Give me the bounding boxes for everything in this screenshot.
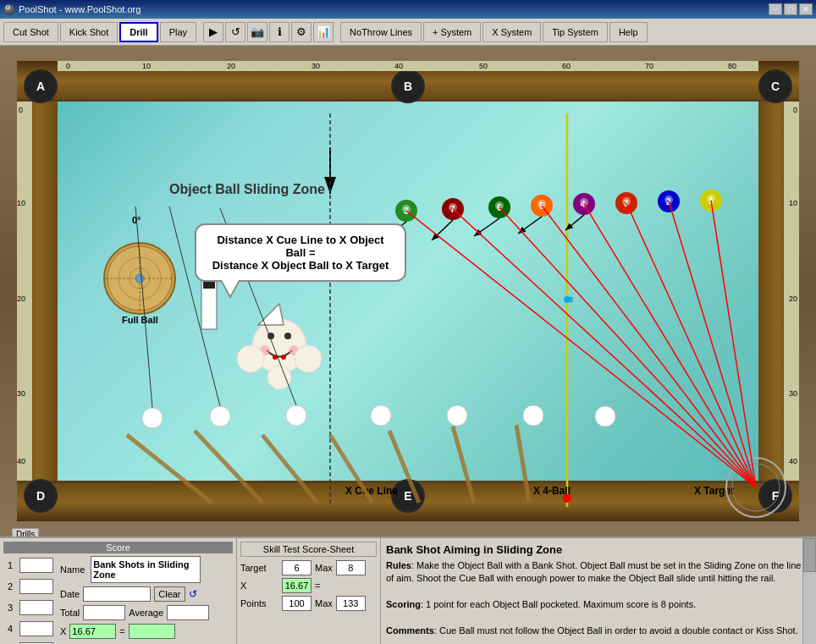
svg-line-55 xyxy=(516,425,529,501)
svg-marker-84 xyxy=(258,304,284,325)
skill-target-row: Target 6 Max 8 xyxy=(240,560,377,575)
plus-system-button[interactable]: + System xyxy=(423,22,481,42)
skill-test-label: Skill Test Score-Sheet xyxy=(240,542,377,557)
score-num-4: 4 xyxy=(3,624,17,634)
cut-shot-button[interactable]: Cut Shot xyxy=(3,22,58,42)
side-ruler-10: 10 xyxy=(17,199,25,207)
score-box-2[interactable] xyxy=(19,579,53,594)
svg-point-71 xyxy=(135,274,144,283)
score-row-2: 2 xyxy=(3,577,53,596)
skill-x-row: X 16.67 = xyxy=(240,578,377,593)
pool-table-svg: Object Ball Sliding Zone X Cue Line X 4-… xyxy=(0,46,816,537)
score-num-2: 2 xyxy=(3,581,17,592)
chart-icon-button[interactable]: 📊 xyxy=(313,22,334,42)
x-system-button[interactable]: X System xyxy=(482,22,541,42)
refresh-icon[interactable]: ↺ xyxy=(189,588,197,600)
score-box-1[interactable] xyxy=(19,558,53,573)
svg-text:3: 3 xyxy=(569,295,573,304)
total-label: Total xyxy=(60,608,80,618)
skill-x-value[interactable]: 16.67 xyxy=(282,578,312,593)
score-row-4: 4 xyxy=(3,619,53,638)
scoring-label: Scoring xyxy=(386,599,421,609)
points-max-label: Max xyxy=(315,598,333,608)
titlebar-left: 🎱 PoolShot - www.PoolShot.org xyxy=(3,4,141,15)
target-value[interactable]: 6 xyxy=(282,560,312,575)
help-button[interactable]: Help xyxy=(609,22,648,42)
svg-point-56 xyxy=(142,408,163,428)
speech-bubble: Distance X Cue Line to X Object Ball =Di… xyxy=(195,223,406,282)
score-row-3: 3 xyxy=(3,598,53,617)
target-label: Target xyxy=(240,563,278,573)
skill-points-row: Points 100 Max 133 xyxy=(240,596,377,611)
comments-label: Comments xyxy=(386,625,434,636)
right-ruler-10: 10 xyxy=(789,199,797,207)
right-ruler-20: 20 xyxy=(789,294,797,303)
svg-line-54 xyxy=(453,427,474,503)
ruler-10: 10 xyxy=(142,62,151,70)
total-row: Total Average xyxy=(60,605,233,620)
ruler-20: 20 xyxy=(227,62,235,70)
name-label: Name xyxy=(60,564,85,575)
svg-point-80 xyxy=(281,355,286,360)
score-box-3[interactable] xyxy=(19,600,53,615)
rules-text: : Make the Object Ball with a Bank Shot.… xyxy=(386,560,801,583)
close-button[interactable]: ✕ xyxy=(799,3,813,15)
score-section-label: Score xyxy=(3,542,233,553)
maximize-button[interactable]: □ xyxy=(784,3,797,15)
name-row: Name Bank Shots in Sliding Zone xyxy=(60,556,233,583)
x-row: X 16.67 = xyxy=(60,624,233,639)
scrollbar[interactable] xyxy=(802,538,816,644)
nothrow-lines-button[interactable]: NoThrow Lines xyxy=(340,22,422,42)
side-ruler-30: 30 xyxy=(17,389,25,398)
score-row-5: 5 xyxy=(3,641,53,644)
points-value[interactable]: 100 xyxy=(282,596,312,611)
info-icon-button[interactable]: ℹ xyxy=(269,22,289,42)
equals-score: = xyxy=(119,626,124,636)
x-result-score[interactable] xyxy=(129,624,175,639)
svg-point-57 xyxy=(210,406,230,427)
score-box-4[interactable] xyxy=(19,621,53,636)
svg-point-83 xyxy=(267,366,291,389)
scroll-thumb[interactable] xyxy=(803,538,816,572)
clear-button[interactable]: Clear xyxy=(154,586,185,602)
tip-system-button[interactable]: Tip System xyxy=(543,22,608,42)
ruler-70: 70 xyxy=(645,62,653,70)
settings-icon-button[interactable]: ⚙ xyxy=(291,22,312,42)
score-num-3: 3 xyxy=(3,603,17,613)
score-panel: Score 1 2 3 4 xyxy=(0,537,816,644)
svg-line-37 xyxy=(432,220,453,240)
refresh-icon-button[interactable]: ↺ xyxy=(225,22,245,42)
desc-title: Bank Shot Aiming in Sliding Zone xyxy=(386,543,811,556)
scoring-text: : 1 point for each Object Ball pocketed.… xyxy=(421,599,696,609)
ruler-50: 50 xyxy=(479,62,488,70)
ruler-80: 80 xyxy=(728,62,736,70)
max-label: Max xyxy=(315,563,333,573)
side-ruler-0: 0 xyxy=(19,106,23,114)
camera-icon-button[interactable]: 📷 xyxy=(247,22,267,42)
svg-point-82 xyxy=(295,345,322,372)
pool-table-area: 0 10 20 30 40 50 60 70 80 0 10 20 30 40 … xyxy=(0,46,816,537)
max-value[interactable]: 8 xyxy=(336,560,366,575)
svg-line-44 xyxy=(584,204,756,487)
average-value[interactable] xyxy=(167,605,209,620)
right-ruler-30: 30 xyxy=(789,389,797,398)
x-label-score: X xyxy=(60,626,66,636)
points-label: Points xyxy=(240,598,278,608)
play-button[interactable]: Play xyxy=(160,22,196,42)
svg-text:X 4-Ball: X 4-Ball xyxy=(533,485,571,497)
date-label: Date xyxy=(60,589,80,599)
svg-line-49 xyxy=(127,435,212,503)
kick-shot-button[interactable]: Kick Shot xyxy=(60,22,118,42)
drill-button[interactable]: Drill xyxy=(119,22,157,42)
points-max-value[interactable]: 133 xyxy=(336,596,366,611)
minimize-button[interactable]: − xyxy=(769,3,782,15)
svg-point-76 xyxy=(284,333,291,339)
x-value-score[interactable]: 16.67 xyxy=(69,624,116,639)
name-value[interactable]: Bank Shots in Sliding Zone xyxy=(91,556,201,583)
skill-x-label: X xyxy=(240,581,278,591)
date-input[interactable] xyxy=(83,586,151,602)
desc-text: Rules: Make the Object Ball with a Bank … xyxy=(386,559,811,637)
total-value[interactable] xyxy=(83,605,125,620)
drills-tab[interactable]: Drills xyxy=(12,528,39,537)
play-icon-button[interactable]: ▶ xyxy=(203,22,223,42)
